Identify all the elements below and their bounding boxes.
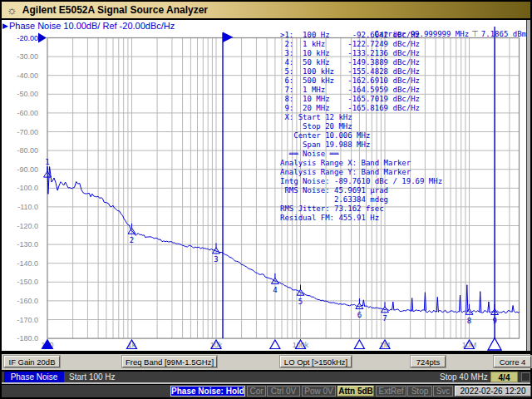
y-tick-label: -130.0: [3, 240, 38, 249]
window-title-bar: ☼ Agilent E5052A Signal Source Analyzer: [2, 2, 530, 18]
measurement-bar: Phase Noise Start 100 Hz Stop 40 MHz 4/4: [2, 372, 530, 382]
app-icon: ☼: [7, 4, 17, 16]
svg-text:9: 9: [492, 317, 496, 325]
x-tick-label: 100k: [293, 341, 309, 349]
sweep-start-label: Start 100 Hz: [69, 372, 116, 382]
trace-select-arrow: ▶: [2, 22, 8, 30]
status-cor[interactable]: Cor: [247, 386, 266, 397]
y-tick-label: -150.0: [3, 278, 38, 286]
status-stop[interactable]: Stop: [407, 386, 432, 397]
y-tick-label: -140.0: [3, 259, 38, 268]
corner-indicator: [521, 372, 530, 382]
softkey-if-gain-20db[interactable]: IF Gain 20dB: [4, 356, 60, 367]
x-tick-label: 10M: [462, 341, 477, 349]
measurement-mode-chip[interactable]: Phase Noise: [4, 372, 64, 382]
datetime-display: 2022-02-26 12:20: [455, 386, 531, 397]
status-bar: 2022-02-26 12:20 Phase Noise: HoldCorCtr…: [2, 385, 530, 397]
y-tick-label: -30.00: [3, 52, 38, 61]
right-edge-strip: [526, 20, 530, 351]
svg-text:3: 3: [214, 255, 218, 264]
instrument-screen: ☼ Agilent E5052A Signal Source Analyzer …: [0, 0, 532, 399]
status-phase-noise-hold[interactable]: Phase Noise: Hold: [170, 386, 245, 397]
y-tick-label: -100.0: [3, 184, 38, 192]
status-extref[interactable]: ExtRef: [376, 386, 406, 397]
status-ctrl-0v[interactable]: Ctrl 0V: [267, 386, 300, 397]
status-svc[interactable]: Svc: [433, 386, 453, 397]
carrier-level-icon: ⊤: [469, 29, 481, 38]
svg-text:4: 4: [273, 286, 277, 294]
y-tick-label: -90.00: [3, 165, 38, 174]
y-tick-label: -80.00: [3, 146, 38, 155]
status-separator: [2, 382, 530, 384]
y-tick-label: -40.00: [3, 71, 38, 80]
y-tick-label: -120.0: [3, 222, 38, 230]
y-tick-label: -60.00: [3, 109, 38, 117]
y-tick-label: -110.0: [3, 203, 38, 211]
softkey-lo-opt-150khz[interactable]: LO Opt [>150kHz]: [280, 356, 352, 367]
svg-text:6: 6: [357, 311, 362, 319]
softkey-freq-band-99m-1-5ghz[interactable]: Freq Band [99M-1.5GHz]: [122, 356, 217, 367]
svg-text:7: 7: [382, 314, 387, 323]
svg-text:2: 2: [130, 236, 134, 244]
x-tick-label: 1M: [380, 341, 391, 349]
page-indicator[interactable]: 4/4: [490, 372, 518, 382]
y-tick-label: -50.00: [3, 90, 38, 98]
sweep-stop-label: Stop 40 MHz: [440, 372, 488, 382]
y-tick-label: -160.0: [3, 297, 38, 305]
window-title: Agilent E5052A Signal Source Analyzer: [22, 4, 208, 16]
svg-text:8: 8: [467, 317, 471, 325]
carrier-power: 7.1865 dBm: [481, 30, 526, 38]
trace-header[interactable]: ▶Phase Noise 10.00dB/ Ref -20.00dBc/Hz: [2, 21, 175, 31]
status-attn-5db[interactable]: Attn 5dB: [337, 386, 374, 397]
softkey-corre-4[interactable]: Corre 4: [494, 356, 531, 367]
marker-readout-table: >1: 100 Hz -92.6042 dBc/Hz 2: 1 kHz -122…: [280, 31, 442, 223]
trace-header-label: Phase Noise 10.00dB/ Ref -20.00dBc/Hz: [9, 21, 175, 31]
y-tick-label: -180.0: [3, 334, 38, 342]
softkey-724pts[interactable]: 724pts: [411, 356, 446, 367]
svg-text:5: 5: [298, 298, 303, 306]
y-tick-label: -70.00: [3, 128, 38, 136]
y-tick-label: -170.0: [3, 316, 38, 324]
svg-text:1: 1: [45, 158, 49, 166]
softkey-bar: IF Gain 20dBFreq Band [99M-1.5GHz]LO Opt…: [2, 354, 530, 370]
status-pow-0v[interactable]: Pow 0V: [302, 386, 336, 397]
plot-panel: [2, 20, 526, 351]
y-tick-label: -20.00: [3, 34, 38, 42]
